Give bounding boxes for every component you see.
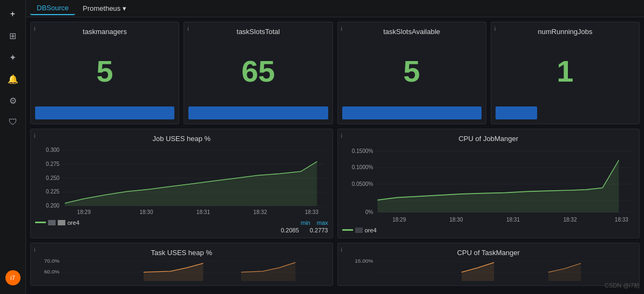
- shield-icon[interactable]: 🛡: [3, 112, 23, 132]
- stat-card-taskSlotsAvailable: i taskSlotsAvailable 5: [337, 22, 486, 124]
- plus-icon[interactable]: +: [3, 4, 23, 24]
- chart-title: CPU of JobManger: [342, 135, 635, 143]
- info-icon: i: [341, 25, 342, 32]
- dashboard: i taskmanagers 5 i taskSlotsTotal 65 i t…: [26, 17, 644, 294]
- avatar[interactable]: i7: [5, 270, 21, 285]
- svg-text:18:33: 18:33: [305, 209, 318, 215]
- chart-cpu-taskmanager: i CPU of TaskManger 15.00%: [337, 243, 640, 286]
- compass-icon[interactable]: ✦: [3, 48, 23, 67]
- chart-title: CPU of TaskManger: [342, 249, 635, 257]
- svg-text:70.0%: 70.0%: [44, 259, 59, 263]
- legend-line: [342, 229, 353, 231]
- legend-line: [35, 222, 46, 223]
- chart-footer: ore4 min max: [35, 219, 328, 226]
- svg-text:0%: 0%: [365, 209, 373, 216]
- stat-card-taskmanagers: i taskmanagers 5: [30, 22, 179, 124]
- chart-svg: 70.0% 60.0%: [35, 259, 328, 281]
- legend-box2: [58, 220, 65, 225]
- card-title: taskmanagers: [35, 28, 174, 36]
- min-label: min: [301, 219, 310, 226]
- legend-box: [48, 220, 56, 225]
- legend-label: ore4: [67, 219, 79, 226]
- main-content: DBSource Prometheus ▾ i taskmanagers 5 i…: [26, 0, 644, 294]
- gear-icon[interactable]: ⚙: [3, 91, 23, 110]
- card-title: taskSlotsTotal: [188, 28, 328, 36]
- minmax-values: 0.2085 0.2773: [35, 226, 328, 233]
- svg-text:18:31: 18:31: [506, 216, 519, 223]
- tab-dbsource[interactable]: DBSource: [30, 2, 75, 15]
- svg-text:0.1500%: 0.1500%: [351, 147, 373, 154]
- chart-area: 0.300 0.275 0.250 0.225 0.200 18:29 18:3…: [35, 145, 328, 217]
- grid-icon[interactable]: ⊞: [3, 26, 23, 45]
- card-value: 1: [496, 40, 635, 102]
- chart-svg: 15.00%: [342, 259, 635, 281]
- info-icon: i: [34, 132, 35, 139]
- card-value: 5: [342, 40, 482, 102]
- chart-row-2: i Task USES heap % 70.0% 60.0%: [30, 243, 640, 286]
- bell-icon[interactable]: 🔔: [3, 69, 23, 89]
- min-value: 0.2085: [281, 227, 299, 233]
- svg-text:15.00%: 15.00%: [355, 259, 373, 263]
- svg-text:18:30: 18:30: [449, 216, 463, 223]
- card-value: 5: [35, 40, 174, 102]
- card-bar: [496, 106, 537, 119]
- stat-card-taskSlotsTotal: i taskSlotsTotal 65: [184, 22, 333, 124]
- legend-box: [355, 228, 363, 233]
- info-icon: i: [34, 25, 35, 32]
- svg-text:0.250: 0.250: [46, 175, 59, 181]
- max-label: max: [317, 219, 328, 226]
- topnav: DBSource Prometheus ▾: [26, 0, 644, 17]
- chevron-down-icon: ▾: [123, 4, 126, 12]
- chart-title: Task USES heap %: [35, 249, 328, 257]
- card-bar: [342, 106, 482, 119]
- chart-legend: ore4: [342, 227, 377, 233]
- svg-text:18:29: 18:29: [77, 209, 91, 215]
- card-bar: [188, 106, 328, 119]
- watermark: CSDN @i7柏: [605, 282, 640, 290]
- info-icon: i: [494, 25, 496, 32]
- svg-text:18:32: 18:32: [563, 216, 577, 223]
- svg-text:18:32: 18:32: [253, 209, 267, 215]
- svg-text:18:30: 18:30: [139, 209, 153, 215]
- chart-svg: 0.1500% 0.1000% 0.0500% 0% 18:29 18:30 1…: [342, 145, 635, 225]
- svg-text:0.1000%: 0.1000%: [351, 164, 373, 171]
- info-icon: i: [341, 132, 342, 139]
- card-title: numRunningJobs: [496, 28, 635, 36]
- svg-text:0.0500%: 0.0500%: [351, 180, 373, 187]
- stat-cards-row: i taskmanagers 5 i taskSlotsTotal 65 i t…: [30, 22, 640, 124]
- chart-title: Job USES heap %: [35, 135, 328, 143]
- tab-prometheus[interactable]: Prometheus ▾: [77, 2, 132, 15]
- card-bar: [35, 106, 174, 119]
- svg-text:18:29: 18:29: [392, 216, 405, 223]
- svg-text:0.275: 0.275: [46, 161, 59, 167]
- info-icon: i: [341, 246, 342, 253]
- card-value: 65: [188, 40, 328, 102]
- svg-text:60.0%: 60.0%: [44, 269, 59, 274]
- info-icon: i: [34, 246, 35, 253]
- chart-cpu-jobmanager: i CPU of JobManger 0.1500% 0.1000% 0.050…: [337, 129, 640, 238]
- svg-text:0.225: 0.225: [46, 189, 59, 195]
- max-value: 0.2773: [310, 227, 328, 233]
- info-icon: i: [187, 25, 188, 32]
- svg-text:0.300: 0.300: [46, 147, 59, 153]
- sidebar: + ⊞ ✦ 🔔 ⚙ 🛡 i7: [0, 0, 26, 294]
- stat-card-numRunningJobs: i numRunningJobs 1: [491, 22, 640, 124]
- card-title: taskSlotsAvailable: [342, 28, 482, 36]
- svg-text:18:33: 18:33: [614, 216, 628, 223]
- svg-text:0.200: 0.200: [46, 203, 59, 209]
- chart-task-heap: i Task USES heap % 70.0% 60.0%: [30, 243, 333, 286]
- chart-row-1: i Job USES heap % 0.300 0.275 0.250: [30, 129, 640, 238]
- chart-legend: ore4: [35, 219, 79, 226]
- legend-label: ore4: [365, 227, 377, 233]
- chart-area: 15.00%: [342, 259, 635, 281]
- chart-minmax: min max: [301, 219, 328, 226]
- svg-text:18:31: 18:31: [196, 209, 210, 215]
- chart-job-heap: i Job USES heap % 0.300 0.275 0.250: [30, 129, 333, 238]
- chart-footer: ore4: [342, 227, 635, 233]
- chart-area: 0.1500% 0.1000% 0.0500% 0% 18:29 18:30 1…: [342, 145, 635, 225]
- chart-area: 70.0% 60.0%: [35, 259, 328, 281]
- chart-svg: 0.300 0.275 0.250 0.225 0.200 18:29 18:3…: [35, 145, 328, 217]
